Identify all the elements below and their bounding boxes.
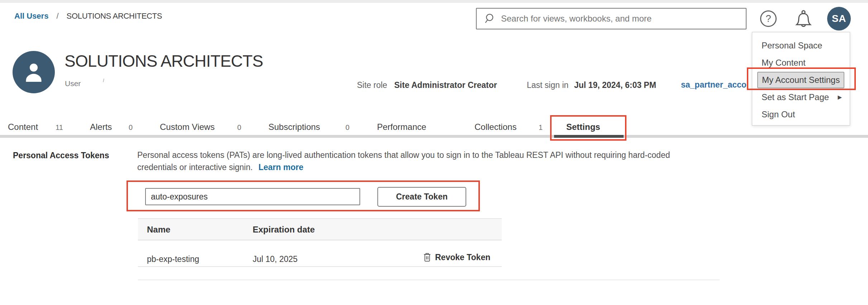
pat-description-line1: Personal access tokens (PATs) are long-l… — [137, 150, 670, 160]
pat-description-line2-text: credentials or interactive signin. — [137, 163, 253, 172]
tab-alerts-count[interactable]: 0 — [129, 123, 133, 132]
breadcrumb-separator: / — [56, 11, 58, 21]
top-strip — [0, 0, 868, 3]
submenu-arrow-icon: ▶ — [838, 89, 842, 106]
revoke-token-button[interactable]: Revoke Token — [423, 252, 490, 263]
tab-custom-views-count[interactable]: 0 — [237, 123, 241, 132]
site-role-label: Site role — [357, 80, 387, 90]
tab-custom-views[interactable]: Custom Views — [160, 122, 215, 132]
menu-item-my-account-settings[interactable]: My Account Settings — [757, 72, 844, 88]
last-sign-in-value: Jul 19, 2024, 6:03 PM — [574, 80, 656, 90]
tab-content[interactable]: Content — [8, 122, 38, 132]
user-dropdown-menu: Personal Space My Content My Account Set… — [752, 32, 850, 126]
tab-subscriptions[interactable]: Subscriptions — [268, 122, 320, 132]
tab-collections-count[interactable]: 1 — [539, 123, 543, 132]
section-divider — [138, 280, 720, 280]
person-icon — [20, 58, 47, 86]
column-header-name: Name — [147, 225, 170, 235]
pat-section-label: Personal Access Tokens — [13, 151, 109, 160]
menu-item-set-as-start-page-label: Set as Start Page — [762, 92, 829, 102]
last-sign-in-label: Last sign in — [527, 80, 568, 90]
token-expiration-cell: Jul 10, 2025 — [253, 254, 297, 264]
profile-avatar — [13, 51, 55, 93]
learn-more-link[interactable]: Learn more — [258, 163, 303, 172]
tab-content-count[interactable]: 11 — [56, 123, 63, 132]
page-title: SOLUTIONS ARCHITECTS — [65, 51, 263, 71]
pat-description-line2: credentials or interactive signin.Learn … — [137, 163, 303, 172]
menu-item-my-content[interactable]: My Content — [752, 54, 850, 71]
breadcrumb-all-users-link[interactable]: All Users — [14, 11, 48, 21]
user-avatar-button[interactable]: SA — [827, 7, 851, 30]
tab-collections[interactable]: Collections — [474, 122, 516, 132]
notifications-bell-icon[interactable] — [794, 9, 813, 29]
create-token-button[interactable]: Create Token — [377, 187, 466, 207]
trash-icon — [423, 252, 431, 263]
site-role-value: Site Administrator Creator — [394, 80, 497, 90]
search-box[interactable] — [476, 8, 747, 29]
tableau-user-settings-page: All Users / SOLUTIONS ARCHITECTS ? SA Pe… — [0, 0, 868, 305]
help-icon[interactable]: ? — [760, 10, 777, 27]
token-table-header — [138, 218, 502, 240]
menu-item-set-as-start-page[interactable]: Set as Start Page ▶ — [752, 89, 850, 106]
token-name-cell: pb-exp-testing — [147, 254, 199, 264]
menu-item-personal-space[interactable]: Personal Space — [752, 37, 850, 54]
column-header-expiration: Expiration date — [253, 225, 315, 235]
active-tab-underline — [554, 135, 624, 138]
breadcrumb-current: SOLUTIONS ARCHITECTS — [67, 11, 162, 21]
edit-mark — [103, 79, 104, 82]
tab-performance[interactable]: Performance — [377, 122, 426, 132]
user-type-label: User — [65, 79, 81, 88]
search-icon — [484, 13, 496, 25]
revoke-token-label: Revoke Token — [435, 253, 490, 262]
tab-alerts[interactable]: Alerts — [90, 122, 112, 132]
menu-item-sign-out[interactable]: Sign Out — [752, 106, 850, 123]
breadcrumb: All Users / SOLUTIONS ARCHITECTS — [14, 11, 162, 21]
tab-bar — [0, 135, 868, 138]
tab-subscriptions-count[interactable]: 0 — [345, 123, 349, 132]
username-link[interactable]: sa_partner_accou — [681, 80, 748, 90]
search-input[interactable] — [500, 11, 746, 26]
tab-settings[interactable]: Settings — [566, 122, 600, 132]
token-name-input[interactable] — [145, 188, 360, 205]
